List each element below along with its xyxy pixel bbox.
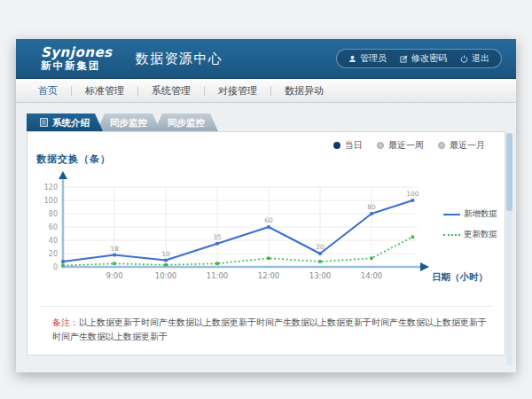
data-point [318, 260, 322, 263]
document-icon [40, 118, 48, 127]
data-point-label: 35 [213, 233, 222, 241]
x-tick-label: 12:00 [258, 271, 280, 280]
data-point-label: 10 [161, 250, 170, 258]
y-tick-label: 20 [49, 250, 58, 258]
data-point-label: 18 [110, 245, 119, 253]
legend-line-sample-dotted [443, 234, 460, 236]
radio-label: 当日 [345, 139, 363, 152]
data-point [61, 264, 65, 268]
edit-icon [400, 55, 408, 63]
scrollbar-thumb[interactable] [506, 133, 512, 211]
legend-label: 更新数据 [464, 229, 497, 240]
data-point [267, 225, 270, 229]
radio-today[interactable]: 当日 [333, 139, 363, 152]
series-line-新增数据 [63, 200, 412, 262]
data-point [370, 257, 373, 261]
tab-label: 同步监控 [168, 113, 205, 131]
nav-item-home[interactable]: 首页 [25, 84, 71, 98]
content-panel: 当日 最近一周 最近一月 数据交换（条） 0204060801001209:00… [27, 131, 505, 356]
data-exchange-line-chart: 0204060801001209:0010:0011:0012:0013:001… [36, 169, 497, 293]
tab-label: 同步监控 [110, 113, 147, 131]
data-point-label: 20 [316, 243, 325, 251]
logo: Synjones 新中新集团 [41, 45, 113, 71]
person-icon [348, 55, 356, 63]
data-point [164, 259, 168, 262]
x-axis-title: 日期（小时） [432, 271, 488, 283]
data-point [215, 242, 219, 246]
y-axis-arrow [59, 171, 67, 179]
x-tick-label: 9:00 [106, 271, 122, 280]
nav-item-connect-mgmt[interactable]: 对接管理 [205, 84, 270, 98]
nav-item-system-mgmt[interactable]: 系统管理 [138, 84, 204, 98]
vertical-scrollbar[interactable] [506, 133, 512, 365]
power-icon [460, 55, 468, 63]
x-tick-label: 14:00 [361, 271, 383, 280]
legend-item-update-data: 更新数据 [443, 229, 497, 240]
content-area: 系统介绍 同步监控 同步监控 当日 最近一周 [16, 103, 516, 373]
app-window: Synjones 新中新集团 数据资源中心 管理员 修改密码 [16, 39, 516, 372]
tab-system-intro[interactable]: 系统介绍 [27, 113, 103, 131]
y-tick-label: 100 [44, 197, 58, 205]
data-point [370, 212, 373, 215]
x-tick-label: 11:00 [207, 271, 229, 280]
chart-y-axis-title: 数据交换（条） [36, 153, 111, 166]
panel-divider [40, 306, 492, 307]
tab-sync-monitor-1[interactable]: 同步监控 [97, 113, 160, 131]
app-title: 数据资源中心 [136, 51, 223, 67]
user-button[interactable]: 管理员 [348, 52, 387, 65]
tab-sync-monitor-2[interactable]: 同步监控 [154, 113, 218, 131]
change-password-label: 修改密码 [411, 52, 447, 65]
y-tick-label: 120 [44, 184, 58, 192]
radio-label: 最近一周 [388, 139, 424, 152]
logo-subtext: 新中新集团 [41, 60, 113, 72]
x-tick-label: 10:00 [155, 271, 177, 280]
nav-item-standard-mgmt[interactable]: 标准管理 [72, 84, 137, 98]
y-tick-label: 80 [49, 210, 58, 218]
radio-last-week[interactable]: 最近一周 [377, 139, 424, 152]
x-tick-label: 13:00 [309, 271, 332, 280]
data-point-label: 80 [367, 203, 376, 211]
time-filter-group: 当日 最近一周 最近一月 [333, 139, 485, 152]
y-tick-label: 0 [53, 263, 58, 271]
data-point [411, 199, 415, 202]
x-axis-arrow [420, 262, 429, 271]
app-header: Synjones 新中新集团 数据资源中心 管理员 修改密码 [16, 39, 516, 79]
main-nav: 首页 标准管理 系统管理 对接管理 数据异动 [16, 79, 516, 103]
data-point [113, 262, 116, 266]
data-point [267, 257, 270, 261]
data-point [164, 263, 168, 267]
legend-label: 新增数据 [464, 208, 497, 220]
footnote-text: 以上数据更新于时间产生数据以上数据更新于时间产生数据以上数据更新于时间产生数据以… [52, 317, 487, 341]
footnote-prefix: 备注： [52, 317, 79, 327]
data-point [61, 260, 65, 263]
user-label: 管理员 [360, 52, 387, 65]
logout-label: 退出 [472, 52, 489, 65]
change-password-button[interactable]: 修改密码 [400, 52, 447, 65]
chart-legend: 新增数据 更新数据 [443, 208, 497, 240]
footnote: 备注：以上数据更新于时间产生数据以上数据更新于时间产生数据以上数据更新于时间产生… [52, 316, 492, 343]
user-menu: 管理员 修改密码 退出 [336, 49, 502, 68]
data-point [411, 236, 415, 239]
data-point-label: 60 [264, 216, 273, 224]
tab-bar: 系统介绍 同步监控 同步监控 [27, 113, 218, 131]
y-tick-label: 40 [49, 237, 58, 245]
logout-button[interactable]: 退出 [460, 52, 489, 65]
nav-item-data-change[interactable]: 数据异动 [271, 84, 337, 98]
data-point [318, 252, 322, 255]
radio-unselected-icon [438, 142, 445, 149]
data-point [215, 262, 219, 266]
legend-line-sample-solid [443, 214, 460, 215]
radio-label: 最近一月 [450, 139, 485, 152]
data-point-label: 100 [406, 190, 419, 198]
logo-text: Synjones [41, 45, 113, 60]
radio-last-month[interactable]: 最近一月 [438, 139, 485, 152]
y-tick-label: 60 [49, 223, 58, 231]
radio-selected-icon [333, 142, 340, 149]
data-point [113, 254, 116, 257]
tab-label: 系统介绍 [52, 113, 90, 131]
legend-item-new-data: 新增数据 [443, 208, 497, 220]
radio-unselected-icon [377, 142, 384, 149]
